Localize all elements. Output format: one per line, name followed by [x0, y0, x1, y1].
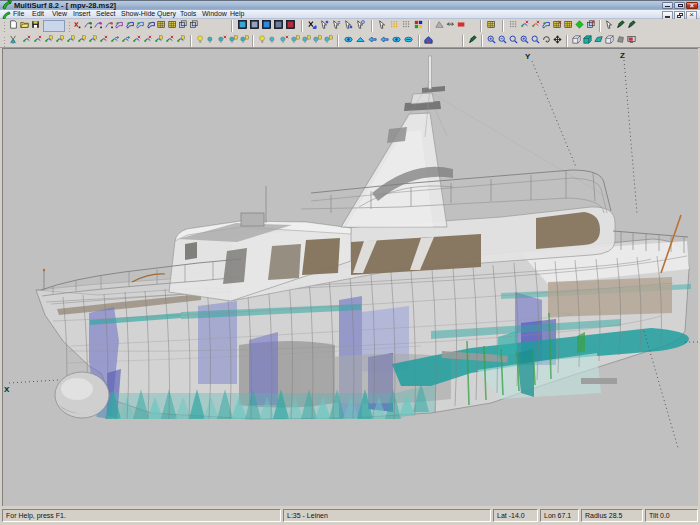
svg-text:Y: Y — [525, 52, 531, 61]
svg-text:Z: Z — [620, 51, 625, 60]
svg-text:X: X — [4, 385, 10, 394]
